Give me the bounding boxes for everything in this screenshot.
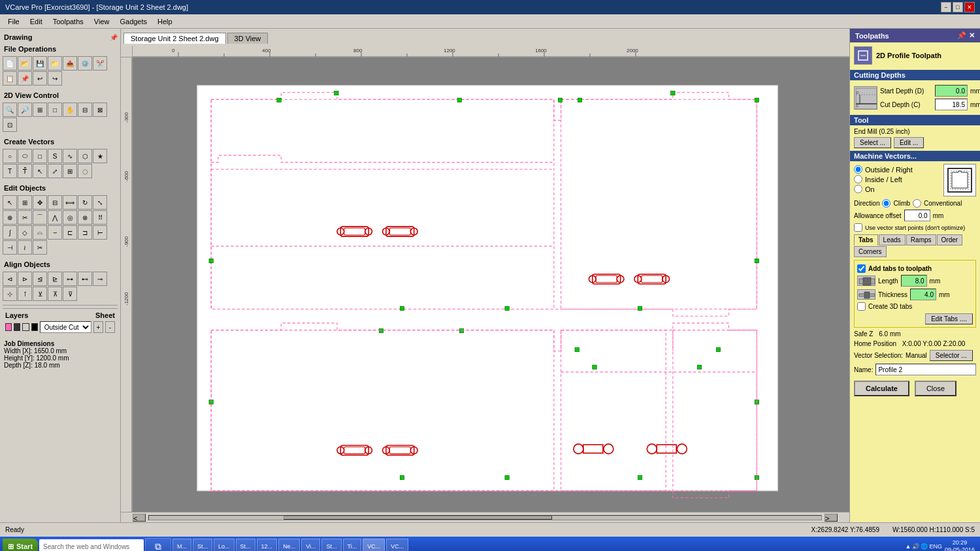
- mirror-tool[interactable]: ⟺: [63, 195, 77, 210]
- tab-3dview[interactable]: 3D View: [227, 33, 269, 44]
- panel-close-icon[interactable]: ✕: [969, 31, 975, 40]
- drawing-canvas[interactable]: [133, 57, 849, 512]
- align-top-btn[interactable]: ⊵: [48, 272, 62, 286]
- align-middle-btn[interactable]: ⊶: [63, 272, 77, 286]
- horizontal-scrollbar[interactable]: < >: [121, 512, 849, 522]
- tray-expand-btn[interactable]: ▲: [906, 543, 911, 550]
- layer-lock-icon[interactable]: [22, 323, 29, 331]
- task-view-btn[interactable]: ⧉: [145, 538, 171, 551]
- order-tab-btn[interactable]: Order: [937, 234, 963, 245]
- scroll-right-btn[interactable]: >: [825, 514, 838, 522]
- cut-btn[interactable]: ✂️: [93, 56, 107, 71]
- spline-tool[interactable]: S: [48, 149, 62, 163]
- break-tool[interactable]: ⊢: [93, 225, 107, 240]
- menu-edit[interactable]: Edit: [25, 16, 48, 27]
- smooth-tool[interactable]: ≀: [18, 240, 32, 255]
- weld-tool[interactable]: ⊕: [3, 210, 17, 225]
- zoom-in-btn[interactable]: 🔍: [3, 102, 17, 117]
- tab-drawing[interactable]: Storage Unit 2 Sheet 2.dwg: [123, 33, 226, 44]
- trim-tool[interactable]: ✂: [18, 210, 32, 225]
- close-btn[interactable]: Close: [915, 381, 956, 396]
- taskbar-app-9[interactable]: Ti...: [343, 539, 362, 551]
- taskbar-app-3[interactable]: Lo...: [214, 539, 235, 551]
- start-depth-input[interactable]: [935, 85, 968, 97]
- taskbar-app-11[interactable]: VC...: [386, 539, 408, 551]
- pin-icon[interactable]: 📌: [110, 34, 118, 41]
- scale-tool[interactable]: ⤡: [93, 195, 107, 210]
- taskbar-app-10[interactable]: VC...: [363, 539, 385, 551]
- polygon-tool[interactable]: ⬡: [78, 149, 92, 163]
- taskbar-app-8[interactable]: St...: [321, 539, 341, 551]
- import-btn[interactable]: ⚙️: [78, 56, 92, 71]
- taskbar-search[interactable]: Search the web and Windows: [39, 539, 144, 551]
- view-btn3[interactable]: ⊡: [3, 118, 17, 132]
- space-v-btn[interactable]: ⊽: [63, 287, 77, 301]
- taskbar-clock[interactable]: 20:29 09-05-2016: [945, 539, 975, 551]
- table-tool[interactable]: ⊞: [63, 164, 77, 178]
- scrollbar-thumb[interactable]: [284, 516, 553, 520]
- add-tabs-checkbox[interactable]: [857, 264, 866, 273]
- align-right-btn[interactable]: ⊴: [33, 272, 47, 286]
- menu-file[interactable]: File: [3, 16, 25, 27]
- menu-help[interactable]: Help: [152, 16, 178, 27]
- pan-btn[interactable]: ✋: [63, 102, 77, 117]
- layer-remove-btn[interactable]: -: [105, 321, 115, 333]
- node-tool2[interactable]: ◇: [18, 225, 32, 240]
- length-input[interactable]: [901, 275, 927, 287]
- transform-tool[interactable]: ⤢: [48, 164, 62, 178]
- extend-tool[interactable]: ⊏: [63, 225, 77, 240]
- scroll-left-btn[interactable]: <: [133, 514, 146, 522]
- align-center-btn[interactable]: ⊳: [18, 272, 32, 286]
- redo-btn[interactable]: ↪: [48, 71, 62, 86]
- name-input[interactable]: [875, 364, 976, 375]
- fillet-tool[interactable]: ⌒: [33, 210, 47, 225]
- distribute-v-btn[interactable]: ⊹: [3, 287, 17, 301]
- outside-right-radio[interactable]: [854, 165, 862, 174]
- view-btn2[interactable]: ⊠: [93, 102, 107, 117]
- scrollbar-track[interactable]: [148, 515, 822, 520]
- spiral-tool[interactable]: ◌: [78, 164, 92, 178]
- edit-tabs-btn[interactable]: Edit Tabs ....: [925, 313, 973, 324]
- path-tool[interactable]: ∫: [3, 225, 17, 240]
- calculate-btn[interactable]: Calculate: [854, 381, 909, 396]
- offset-tool[interactable]: ◎: [63, 210, 77, 225]
- edit-tool-btn[interactable]: Edit ...: [894, 137, 924, 148]
- star-tool[interactable]: ★: [93, 149, 107, 163]
- create-3d-tabs-checkbox[interactable]: [857, 302, 866, 311]
- align-bottom-btn[interactable]: ⊷: [78, 272, 92, 286]
- open-file-btn[interactable]: 📂: [18, 56, 32, 71]
- layer-visible-icon[interactable]: [14, 323, 20, 331]
- select-tool[interactable]: ↖: [3, 195, 17, 210]
- rotate-tool[interactable]: ↻: [78, 195, 92, 210]
- selector-btn[interactable]: Selector ...: [930, 350, 973, 361]
- chamfer-tool[interactable]: ⋀: [48, 210, 62, 225]
- taskbar-app-6[interactable]: Ne...: [278, 539, 300, 551]
- save-file-btn[interactable]: 💾: [33, 56, 47, 71]
- boolean-tool[interactable]: ⊗: [78, 210, 92, 225]
- conventional-radio[interactable]: [913, 199, 921, 208]
- new-file-btn[interactable]: 📄: [3, 56, 17, 71]
- scissors-tool[interactable]: ✂: [33, 240, 47, 255]
- layer-add-btn[interactable]: +: [93, 321, 103, 333]
- ramps-tab-btn[interactable]: Ramps: [906, 234, 936, 245]
- array-tool[interactable]: ⠿: [93, 210, 107, 225]
- climb-radio[interactable]: [882, 199, 890, 208]
- save-as-btn[interactable]: 📁: [48, 56, 62, 71]
- menu-view[interactable]: View: [89, 16, 115, 27]
- on-radio[interactable]: [854, 185, 862, 193]
- arc-tool[interactable]: ⌓: [33, 225, 47, 240]
- menu-gadgets[interactable]: Gadgets: [114, 16, 152, 27]
- text-tool[interactable]: T: [3, 164, 17, 178]
- cut-depth-input[interactable]: [935, 99, 968, 110]
- align-tool[interactable]: ⊟: [48, 195, 62, 210]
- circle-tool[interactable]: ○: [3, 149, 17, 163]
- copy-btn[interactable]: 📋: [3, 71, 17, 86]
- maximize-button[interactable]: □: [953, 2, 963, 12]
- center-h-btn[interactable]: ⊺: [18, 287, 32, 301]
- close-button[interactable]: ✕: [964, 2, 975, 12]
- text-on-curve-tool[interactable]: T̃: [18, 164, 32, 178]
- curve-tool[interactable]: ⌣: [48, 225, 62, 240]
- node-edit-tool[interactable]: ↖: [33, 164, 47, 178]
- ellipse-tool[interactable]: ⬭: [18, 149, 32, 163]
- zoom-fit-btn[interactable]: ⊞: [33, 102, 47, 117]
